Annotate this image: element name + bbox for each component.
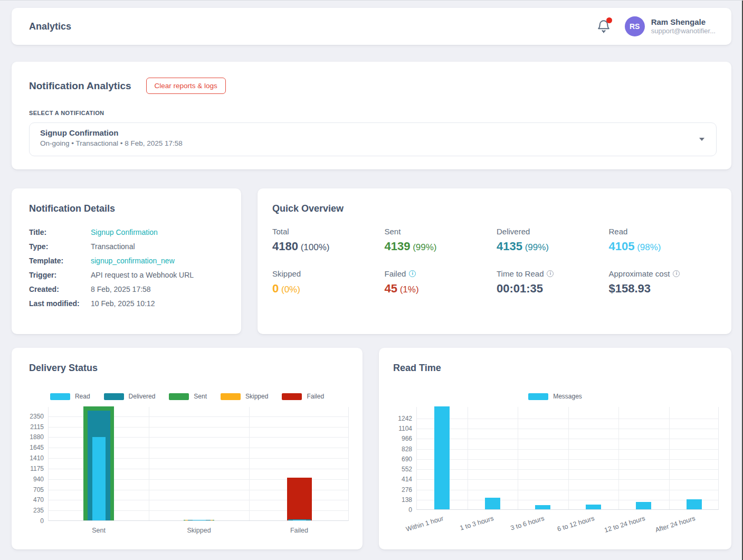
x-tick-failed: Failed: [290, 527, 308, 534]
legend-label-sent: Sent: [194, 393, 207, 400]
x-tick-12-to-24-hours: 12 to 24 hours: [603, 515, 646, 534]
user-email: support@wanotifier...: [651, 27, 716, 36]
stat-percent-total: (100%): [298, 242, 330, 252]
legend-item-failed[interactable]: Failed: [282, 393, 324, 400]
legend-label-failed: Failed: [307, 393, 324, 400]
stat-number-time-to-read: 00:01:35: [497, 282, 543, 295]
stat-total: Total4180 (100%): [272, 227, 385, 253]
stat-number-read: 4105: [609, 240, 635, 253]
stat-percent-failed: (1%): [397, 284, 419, 295]
notification-details-title: Notification Details: [29, 203, 231, 214]
avatar[interactable]: RS: [625, 16, 645, 36]
y-tick-828: 828: [402, 445, 412, 453]
y-tick-552: 552: [402, 466, 412, 473]
detail-value-trigger-: API request to a Webhook URL: [91, 271, 231, 279]
stat-value-approximate-cost: $158.93: [609, 282, 721, 296]
stat-percent-skipped: (0%): [279, 284, 300, 295]
info-icon-time-to-read[interactable]: [547, 270, 554, 277]
gridline-138: [417, 500, 718, 500]
stat-label-delivered: Delivered: [497, 227, 609, 236]
stat-failed: Failed45 (1%): [385, 269, 497, 296]
detail-value-title-[interactable]: Signup Confirmation: [91, 228, 231, 236]
notification-details-card: Notification Details Title:Signup Confir…: [12, 188, 241, 334]
legend-item-skipped[interactable]: Skipped: [221, 393, 268, 400]
legend-item-sent[interactable]: Sent: [169, 393, 207, 400]
y-tick-0: 0: [40, 517, 44, 525]
y-tick-2115: 2115: [30, 423, 44, 431]
y-tick-690: 690: [402, 455, 412, 463]
readtime-legend: Messages: [379, 393, 731, 400]
detail-value-created-: 8 Feb, 2025 17:58: [91, 285, 231, 293]
stat-number-delivered: 4135: [497, 240, 522, 253]
vline-2: [249, 407, 250, 520]
gridline-690: [417, 459, 718, 460]
read-bar-sent: [92, 437, 106, 520]
vline-1: [149, 407, 149, 520]
detail-label-type-: Type:: [29, 242, 91, 251]
gridline-1104: [417, 429, 718, 429]
stat-value-total: 4180 (100%): [272, 240, 385, 253]
info-icon-failed[interactable]: [409, 270, 416, 277]
detail-value-template-[interactable]: signup_confirmation_new: [91, 257, 231, 265]
page-title: Analytics: [29, 21, 71, 32]
readtime-plot: 013827641455269082896611041242Within 1 h…: [416, 407, 719, 510]
legend-chip-skipped: [221, 393, 241, 400]
quick-overview-card: Quick Overview Total4180 (100%)Sent4139 …: [258, 188, 731, 334]
stat-percent-delivered: (99%): [522, 242, 549, 252]
x-tick-skipped: Skipped: [187, 527, 211, 534]
user-name: Ram Shengale: [651, 17, 716, 27]
messages-bar-6-to-12-hours: [586, 505, 601, 509]
legend-item-read[interactable]: Read: [50, 393, 90, 400]
stat-label-sent: Sent: [385, 227, 497, 236]
select-notification-label: SELECT A NOTIFICATION: [29, 110, 717, 116]
vline-1: [468, 407, 468, 509]
x-tick-after-24-hours: After 24 hours: [654, 515, 696, 534]
stat-label-read: Read: [609, 227, 721, 236]
gridline-1242: [417, 419, 718, 419]
legend-chip-sent: [169, 393, 189, 400]
stat-approximate-cost: Approximate cost$158.93: [609, 269, 721, 296]
notification-dot: [606, 17, 612, 23]
notification-select[interactable]: Signup Confirmation On-going • Transacti…: [29, 122, 717, 156]
messages-bar-1-to-3-hours: [485, 498, 500, 509]
failed-bar-failed: [287, 478, 312, 520]
y-tick-1104: 1104: [398, 425, 412, 432]
read-bar-failed: [293, 520, 306, 520]
y-tick-470: 470: [33, 496, 44, 504]
chevron-down-icon: [699, 138, 704, 141]
y-tick-705: 705: [33, 486, 44, 493]
stat-value-sent: 4139 (99%): [385, 240, 497, 253]
delivery-status-card: Delivery Status ReadDeliveredSentSkipped…: [12, 348, 363, 549]
stat-time-to-read: Time to Read00:01:35: [497, 269, 609, 296]
legend-item-delivered[interactable]: Delivered: [104, 393, 156, 400]
delivery-status-title: Delivery Status: [29, 363, 98, 374]
y-tick-414: 414: [402, 476, 412, 483]
stat-skipped: Skipped0 (0%): [272, 269, 385, 296]
stat-number-skipped: 0: [272, 282, 279, 295]
messages-bar-within-1-hour: [434, 406, 450, 509]
stat-value-read: 4105 (98%): [609, 240, 721, 253]
legend-item-messages[interactable]: Messages: [528, 393, 582, 400]
notification-details-rows: Title:Signup ConfirmationType:Transactio…: [29, 228, 231, 308]
notification-analytics-header: Notification Analytics Clear reports & l…: [29, 78, 717, 94]
clear-reports-button[interactable]: Clear reports & logs: [146, 78, 226, 94]
y-tick-2350: 2350: [30, 413, 44, 420]
stat-label-failed: Failed: [385, 269, 497, 278]
legend-label-skipped: Skipped: [245, 393, 268, 400]
messages-bar-12-to-24-hours: [636, 502, 651, 509]
messages-bar-after-24-hours: [687, 499, 702, 509]
stat-value-delivered: 4135 (99%): [497, 240, 609, 253]
info-icon-approximate-cost[interactable]: [673, 270, 680, 277]
selected-notification-subtitle: On-going • Transactional • 8 Feb, 2025 1…: [40, 139, 690, 147]
y-tick-0: 0: [408, 506, 412, 514]
user-menu[interactable]: Ram Shengale support@wanotifier...: [651, 17, 716, 36]
legend-chip-read: [50, 393, 70, 400]
notifications-button[interactable]: [596, 18, 612, 34]
legend-label-messages: Messages: [553, 393, 582, 400]
gridline-414: [417, 479, 718, 480]
delivery-plot: 0235470705940117514101645188021152350Sen…: [48, 407, 349, 521]
stat-number-approximate-cost: $158.93: [609, 282, 651, 295]
y-tick-138: 138: [402, 496, 412, 504]
detail-label-trigger-: Trigger:: [29, 271, 91, 279]
gridline-828: [417, 449, 718, 450]
